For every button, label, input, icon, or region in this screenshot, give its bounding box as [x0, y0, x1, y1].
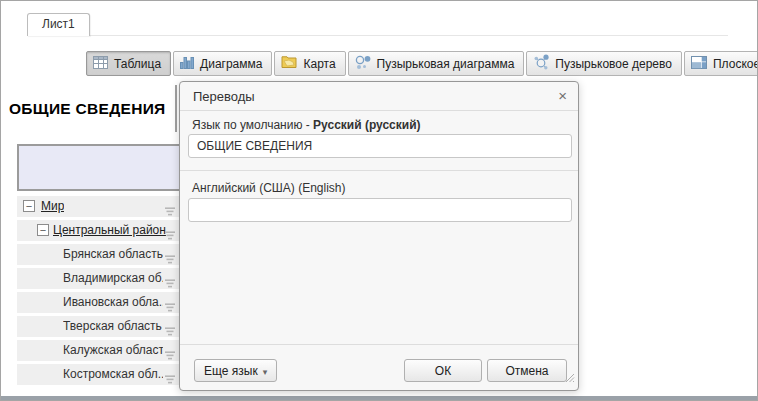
flat-tree-icon [691, 56, 707, 72]
bar-chart-icon [180, 56, 194, 72]
bubble-chart-view-label: Пузырьковая диаграмма [377, 57, 515, 71]
flat-tree-view-button[interactable]: Плоское дерево [684, 51, 758, 76]
flat-tree-view-label: Плоское дерево [713, 57, 758, 71]
tree-row-region[interactable]: Тверская область [17, 316, 179, 337]
tree-node-label: Костромская обл... [63, 364, 163, 385]
report-title: ОБЩИЕ СВЕДЕНИЯ [9, 100, 166, 118]
chart-view-label: Диаграмма [200, 57, 262, 71]
chart-view-button[interactable]: Диаграмма [173, 51, 272, 76]
table-icon [93, 56, 108, 72]
table-border [175, 85, 177, 132]
dialog-title: Переводы [193, 89, 255, 104]
table-view-button[interactable]: Таблица [86, 51, 171, 76]
cancel-button[interactable]: Отмена [487, 359, 567, 382]
resize-grip-icon[interactable] [564, 369, 575, 387]
more-language-button[interactable]: Еще язык▾ [194, 359, 277, 382]
tree-node-label: Брянская область [63, 244, 163, 265]
bubble-tree-view-label: Пузырьковое дерево [555, 57, 672, 71]
window-bottom-bar [1, 396, 757, 400]
bubble-tree-view-button[interactable]: Пузырьковое дерево [526, 51, 682, 76]
tree-row-region[interactable]: Костромская обл... [17, 364, 179, 385]
tree-row-region[interactable]: Владимирская об.. [17, 268, 179, 289]
collapse-icon[interactable]: − [23, 200, 35, 212]
tab-sheet1[interactable]: Лист1 [27, 13, 90, 36]
tree-row-world[interactable]: − Мир [17, 196, 179, 217]
bubble-chart-view-button[interactable]: Пузырьковая диаграмма [348, 51, 525, 76]
tree-node-label: Владимирская об.. [63, 268, 163, 289]
bubble-tree-icon [533, 54, 549, 73]
tree-node-label[interactable]: Центральный район [53, 220, 166, 241]
english-language-input[interactable] [188, 198, 572, 222]
english-language-label-text: Английский (США) (English) [192, 181, 346, 195]
more-language-label: Еще язык [204, 364, 258, 378]
tree-node-label: Ивановская обла... [63, 292, 163, 313]
tree-node-label: Калужская область [63, 340, 163, 361]
divider [180, 110, 578, 111]
close-icon[interactable]: × [558, 87, 567, 105]
default-language-label: Язык по умолчанию - Русский (русский) [192, 118, 421, 132]
chevron-down-icon: ▾ [263, 367, 268, 377]
ok-button[interactable]: ОК [404, 359, 482, 382]
divider [180, 344, 578, 345]
default-language-label-prefix: Язык по умолчанию - [192, 118, 313, 132]
english-language-label: Английский (США) (English) [192, 181, 346, 195]
divider [180, 170, 578, 171]
view-toolbar: Таблица Диаграмма Карта Пузырьковая диаг… [86, 51, 758, 76]
table-view-label: Таблица [114, 57, 161, 71]
filter-icon[interactable] [164, 370, 176, 391]
collapse-icon[interactable]: − [37, 224, 49, 236]
translations-dialog: Переводы × Язык по умолчанию - Русский (… [179, 81, 579, 391]
default-language-input[interactable] [188, 134, 572, 158]
tree-node-label: Тверская область [63, 316, 162, 337]
tree-node-label[interactable]: Мир [41, 196, 64, 217]
default-language-name: Русский (русский) [313, 118, 420, 132]
map-view-button[interactable]: Карта [274, 51, 345, 76]
tree-row-region[interactable]: Калужская область [17, 340, 179, 361]
tree-row-region[interactable]: Ивановская обла... [17, 292, 179, 313]
map-icon [281, 56, 297, 72]
tab-strip-divider [28, 35, 728, 36]
bubble-chart-icon [355, 55, 371, 73]
app-window: Лист1 Таблица Диаграмма Карта Пузырькова… [0, 0, 758, 401]
map-view-label: Карта [303, 57, 335, 71]
tree-row-central-district[interactable]: − Центральный район [17, 220, 179, 241]
tree-row-region[interactable]: Брянская область [17, 244, 179, 265]
